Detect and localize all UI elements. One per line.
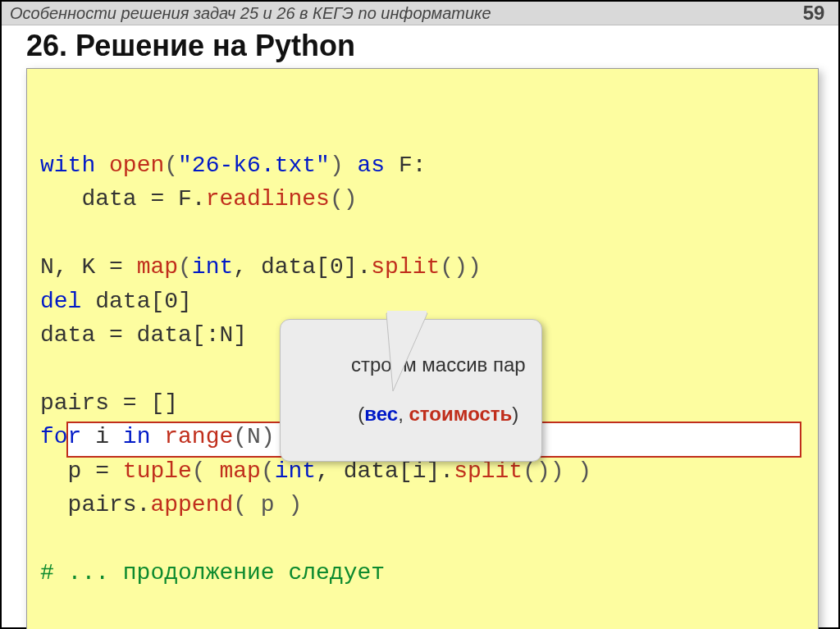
id: data = F. [40, 186, 206, 212]
string-literal: "26-k6.txt" [178, 153, 330, 178]
sp [150, 424, 164, 449]
p: ( [192, 458, 220, 484]
title-bar: Особенности решения задач 25 и 26 в КЕГЭ… [2, 2, 838, 25]
callout: строим массив пар (вес, стоимость) [280, 251, 542, 563]
slide-content: 26. Решение на Python with open("26-k6.t… [2, 25, 838, 629]
p: ( [261, 458, 275, 484]
kw-with: with [40, 153, 95, 178]
kw-for: for [40, 424, 81, 449]
fn-readlines: readlines [206, 186, 330, 212]
kw-as: as [358, 153, 386, 178]
presentation-title: Особенности решения задач 25 и 26 в КЕГЭ… [2, 4, 789, 23]
id: i [81, 424, 122, 449]
callout-tail-icon [378, 313, 452, 395]
id: data = data[:N] [40, 322, 247, 348]
callout-weight: вес [364, 403, 398, 425]
slide-page: Особенности решения задач 25 и 26 в КЕГЭ… [0, 0, 840, 629]
id: data[0] [81, 289, 191, 314]
callout-cost: стоимость [409, 403, 513, 425]
sep: , [398, 403, 409, 425]
page-number: 59 [789, 2, 838, 25]
kw-int: int [192, 254, 233, 280]
p: () [330, 186, 358, 212]
slide-title: 26. Решение на Python [26, 29, 819, 63]
id: N, K = [40, 254, 137, 280]
p: ( [178, 254, 192, 280]
id: F: [399, 153, 427, 178]
id: p = [40, 458, 123, 484]
p-close: ) [512, 403, 518, 425]
fn-tuple: tuple [123, 458, 192, 484]
kw-del: del [40, 289, 81, 314]
id: pairs. [40, 492, 150, 517]
p: ( [164, 153, 178, 178]
p: ) [330, 153, 344, 178]
fn-append: append [150, 492, 233, 517]
fn-range: range [164, 424, 233, 449]
comment: # ... продолжение следует [40, 560, 385, 586]
fn-open: open [109, 153, 164, 178]
kw-in: in [123, 424, 151, 449]
id: pairs = [] [40, 390, 178, 416]
fn-map: map [219, 458, 260, 484]
fn-map: map [137, 254, 178, 280]
code-block: with open("26-k6.txt") as F: data = F.re… [26, 68, 819, 629]
